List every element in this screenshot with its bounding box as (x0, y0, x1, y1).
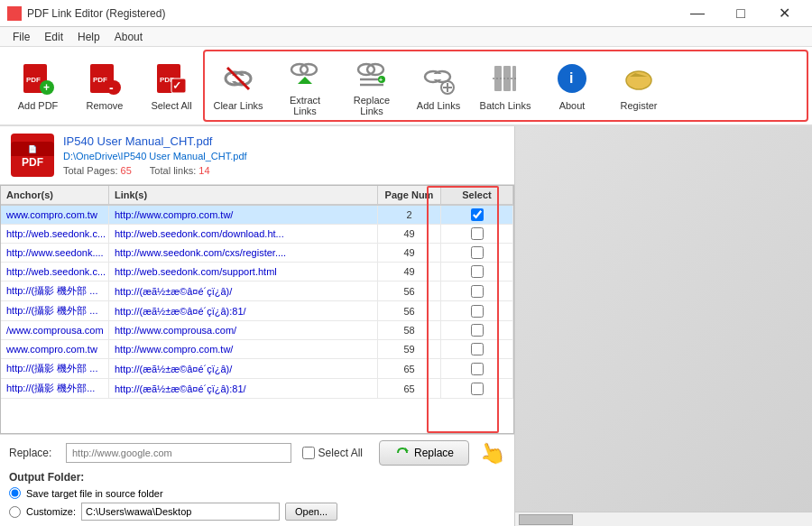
td-select[interactable] (441, 301, 513, 320)
table-body: www.compro.com.tw http://www.compro.com.… (1, 206, 513, 429)
svg-line-15 (227, 68, 249, 89)
td-select[interactable] (441, 244, 513, 262)
radio-source[interactable] (9, 487, 21, 499)
add-links-button[interactable]: Add Links (406, 51, 471, 121)
replace-label: Replace: (9, 447, 59, 459)
close-button[interactable]: ✕ (763, 0, 805, 27)
register-button[interactable]: Register (606, 51, 671, 121)
extract-links-button[interactable]: Extract Links (272, 51, 337, 121)
file-links-label: Total links: 14 (150, 165, 210, 176)
td-select[interactable] (441, 340, 513, 358)
td-page: 56 (378, 281, 441, 300)
svg-text:PDF: PDF (93, 76, 107, 84)
batch-links-label: Batch Links (480, 100, 531, 111)
row-checkbox[interactable] (471, 383, 484, 395)
svg-text:✓: ✓ (172, 79, 181, 92)
td-select[interactable] (441, 263, 513, 281)
row-checkbox[interactable] (471, 285, 484, 298)
file-name: IP540 User Manual_CHT.pdf (63, 134, 503, 148)
register-icon (621, 60, 657, 97)
open-folder-button[interactable]: Open... (285, 503, 337, 521)
svg-text:+: + (379, 77, 383, 83)
td-anchor: http://web.seedonk.c... (1, 225, 109, 243)
radio-source-label: Save target file in source folder (26, 488, 163, 499)
radio-customize[interactable] (9, 506, 21, 518)
td-select[interactable] (441, 321, 513, 339)
replace-btn-label: Replace (414, 447, 454, 459)
table-row[interactable]: http://(攝影 機外部 ... http://(æã½±æ©â¤é´çï¿… (1, 301, 513, 321)
select-all-check-label: Select All (318, 447, 363, 459)
td-page: 49 (378, 244, 441, 262)
td-page: 58 (378, 321, 441, 339)
maximize-button[interactable]: □ (720, 0, 761, 27)
remove-icon: PDF - (87, 60, 123, 97)
h-scroll-thumb[interactable] (519, 514, 573, 525)
row-checkbox[interactable] (471, 246, 484, 259)
select-all-icon: PDF ✓ (153, 60, 189, 97)
row-checkbox[interactable] (471, 363, 484, 375)
clear-links-label: Clear Links (213, 100, 263, 111)
table-row[interactable]: http://(攝影 機外部... http://(æã½±æ©â¤é´çï¿â… (1, 379, 513, 399)
td-select[interactable] (441, 379, 513, 398)
about-button[interactable]: i About (540, 51, 604, 121)
row-checkbox[interactable] (471, 305, 484, 318)
minimize-button[interactable]: — (677, 0, 718, 27)
menu-file[interactable]: File (5, 29, 37, 45)
td-anchor: http://(攝影 機外部 ... (1, 359, 109, 378)
td-link: http://(æã½±æ©â¤é´çï¿â):81/ (109, 379, 378, 398)
td-anchor: http://web.seedonk.c... (1, 263, 109, 281)
add-links-label: Add Links (417, 100, 460, 111)
td-select[interactable] (441, 206, 513, 224)
td-anchor: www.compro.com.tw (1, 340, 109, 358)
replace-links-label: Replace Links (344, 95, 400, 116)
td-link: http://web.seedonk.com/support.html (109, 263, 378, 281)
row-checkbox[interactable] (471, 265, 484, 278)
table-row[interactable]: http://(攝影 機外部 ... http://(æã½±æ©â¤é´çï¿… (1, 281, 513, 301)
replace-input[interactable] (66, 443, 291, 463)
table-row[interactable]: http://(攝影 機外部 ... http://(æã½±æ©â¤é´çï¿… (1, 359, 513, 379)
row-checkbox[interactable] (471, 208, 484, 221)
menu-edit[interactable]: Edit (37, 29, 70, 45)
td-anchor: http://(攝影 機外部 ... (1, 301, 109, 320)
menu-about[interactable]: About (107, 29, 150, 45)
select-all-button[interactable]: PDF ✓ Select All (139, 51, 204, 121)
register-label: Register (621, 100, 658, 111)
remove-label: Remove (87, 100, 124, 111)
td-page: 49 (378, 263, 441, 281)
menu-help[interactable]: Help (70, 29, 107, 45)
table-row[interactable]: http://www.seedonk.... http://www.seedon… (1, 244, 513, 263)
table-row[interactable]: /www.comprousa.com http://www.comprousa.… (1, 321, 513, 340)
table-row[interactable]: www.compro.com.tw http://www.compro.com.… (1, 206, 513, 225)
td-link: http://(æã½±æ©â¤é´çï¿â):81/ (109, 301, 378, 320)
td-select[interactable] (441, 359, 513, 378)
customize-input[interactable] (81, 503, 280, 521)
td-link: http://web.seedonk.com/download.ht... (109, 225, 378, 243)
remove-button[interactable]: PDF - Remove (72, 51, 137, 121)
clear-links-button[interactable]: Clear Links (206, 51, 271, 121)
td-select[interactable] (441, 225, 513, 243)
td-page: 59 (378, 340, 441, 358)
row-checkbox[interactable] (471, 343, 484, 355)
file-pages-label: Total Pages: 65 (63, 165, 132, 176)
customize-row: Customize: Open... (9, 503, 505, 521)
add-pdf-label: Add PDF (18, 100, 59, 111)
add-pdf-icon: PDF + (20, 60, 56, 97)
replace-links-icon: + (354, 55, 390, 91)
replace-links-button[interactable]: + Replace Links (339, 51, 404, 121)
td-select[interactable] (441, 281, 513, 300)
select-all-label: Select All (151, 100, 191, 111)
td-page: 65 (378, 379, 441, 398)
replace-button[interactable]: Replace (379, 440, 469, 466)
table-row[interactable]: http://web.seedonk.c... http://web.seedo… (1, 225, 513, 244)
add-pdf-button[interactable]: PDF + Add PDF (5, 51, 70, 121)
row-checkbox[interactable] (471, 324, 484, 337)
add-links-icon (420, 60, 457, 97)
batch-links-button[interactable]: Batch Links (473, 51, 538, 121)
td-link: http://www.compro.com.tw/ (109, 340, 378, 358)
horizontal-scrollbar[interactable] (515, 512, 812, 526)
select-all-checkbox[interactable] (302, 447, 315, 459)
table-row[interactable]: http://web.seedonk.c... http://web.seedo… (1, 263, 513, 281)
row-checkbox[interactable] (471, 227, 484, 240)
table-row[interactable]: www.compro.com.tw http://www.compro.com.… (1, 340, 513, 359)
th-anchor: Anchor(s) (1, 186, 109, 204)
